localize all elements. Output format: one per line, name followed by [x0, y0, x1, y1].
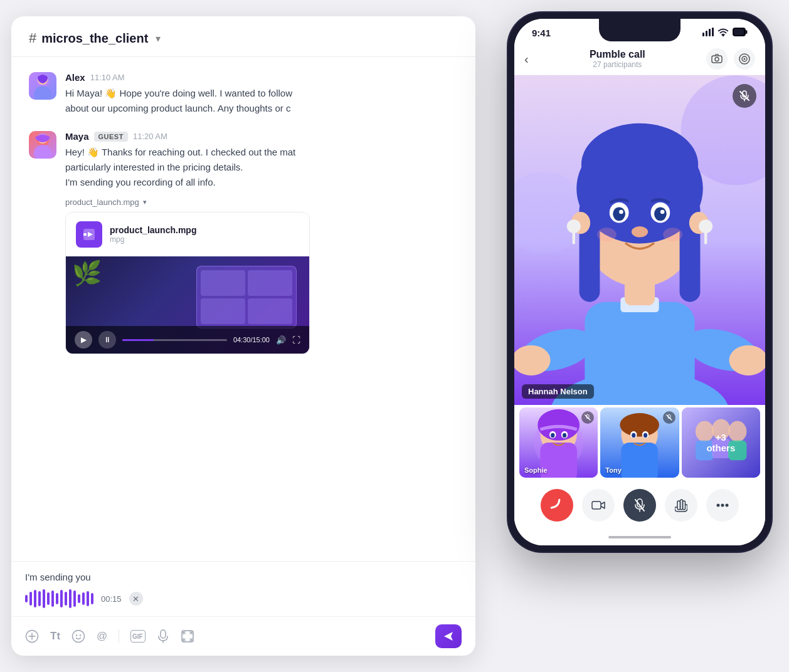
message-content: Alex 11:10 AM Hi Maya! 👋 Hope you're doi…: [65, 72, 458, 116]
send-button[interactable]: [435, 624, 462, 648]
file-info: product_launch.mpg mpg: [110, 225, 196, 244]
svg-rect-37: [585, 302, 694, 405]
character-illustration: [514, 75, 765, 405]
video-preview: 🌿 ▶ ⏸: [66, 256, 309, 354]
svg-rect-26: [746, 30, 748, 34]
svg-rect-28: [712, 56, 722, 63]
svg-point-1: [34, 86, 51, 100]
video-plant-decoration: 🌿: [72, 260, 102, 287]
participant-thumbnail-sophie[interactable]: Sophie: [519, 407, 598, 478]
mute-toggle-button[interactable]: [623, 489, 656, 522]
channel-name: micros_the_client: [41, 31, 148, 46]
phone-mockup: 9:41: [508, 13, 771, 552]
chat-messages: Alex 11:10 AM Hi Maya! 👋 Hope you're doi…: [11, 57, 475, 561]
wifi-icon: [718, 28, 729, 38]
svg-point-103: [721, 504, 724, 507]
avatar: [29, 72, 56, 100]
channel-chevron-icon[interactable]: ▾: [156, 33, 161, 45]
svg-point-61: [632, 226, 648, 238]
message-meta: Alex 11:10 AM: [65, 72, 458, 83]
svg-point-62: [597, 228, 617, 241]
message-meta: Maya GUEST 11:20 AM: [65, 131, 458, 142]
call-header: ‹ Pumble call 27 participants: [514, 42, 765, 75]
file-card: product_launch.mpg mpg 🌿: [65, 212, 310, 354]
message-text: Hi Maya! 👋 Hope you're doing well. I wan…: [65, 86, 458, 116]
sender-name: Alex: [65, 72, 85, 83]
pause-button[interactable]: ⏸: [98, 331, 116, 349]
svg-point-74: [551, 433, 554, 438]
participants-count: 27 participants: [535, 60, 700, 69]
video-progress-bar[interactable]: [122, 339, 227, 341]
avatar: [29, 131, 56, 159]
svg-line-86: [667, 415, 672, 420]
camera-flip-button[interactable]: [706, 48, 728, 70]
main-video: Hannah Nelson: [514, 75, 765, 405]
file-dropdown-icon[interactable]: ▾: [143, 198, 147, 206]
mention-button[interactable]: @: [97, 630, 107, 643]
svg-point-14: [80, 634, 81, 636]
speaker-button[interactable]: [734, 48, 755, 70]
speaker-name-tag: Hannah Nelson: [522, 384, 594, 399]
svg-rect-21: [706, 31, 707, 36]
camera-toggle-button[interactable]: [582, 489, 615, 522]
guest-badge: GUEST: [94, 132, 128, 142]
message-input-box[interactable]: I'm sending you: [11, 562, 475, 617]
message-content: Maya GUEST 11:20 AM Hey! 👋 Thanks for re…: [65, 131, 458, 354]
add-attachment-button[interactable]: [25, 629, 39, 643]
svg-point-53: [699, 219, 712, 233]
svg-point-60: [660, 210, 665, 214]
home-bar: [608, 536, 671, 538]
svg-rect-8: [83, 233, 87, 236]
close-recording-button[interactable]: ✕: [129, 592, 143, 606]
fullscreen-icon[interactable]: ⛶: [292, 335, 300, 345]
video-controls: ▶ ⏸ 04:30/15:00 🔊 ⛶: [66, 326, 309, 354]
file-type-icon: [76, 221, 102, 248]
call-title: Pumble call: [535, 49, 700, 60]
svg-point-48: [581, 123, 698, 206]
back-button[interactable]: ‹: [524, 52, 529, 66]
svg-text:GIF: GIF: [132, 633, 143, 640]
others-count: +3 others: [701, 432, 741, 453]
chat-panel: # micros_the_client ▾ Alex: [11, 16, 475, 656]
call-header-actions: [706, 48, 755, 70]
participant-thumbnail-others[interactable]: +3 others: [682, 407, 760, 478]
status-icons: [702, 28, 748, 38]
message-time: 11:20 AM: [133, 132, 167, 141]
end-call-button[interactable]: [541, 489, 573, 522]
thumbnail-strip: Sophie: [514, 405, 765, 480]
format-text-button[interactable]: Tt: [50, 630, 60, 643]
participant-thumbnail-tony[interactable]: Tony: [600, 407, 679, 478]
raise-hand-button[interactable]: [665, 489, 697, 522]
svg-point-57: [613, 207, 625, 221]
phone-notch: [599, 19, 680, 41]
more-options-button[interactable]: [706, 489, 739, 522]
video-ui-mock: [196, 266, 297, 328]
chat-header: # micros_the_client ▾: [11, 16, 475, 57]
svg-rect-52: [573, 232, 575, 244]
progress-fill: [122, 339, 154, 341]
expand-button[interactable]: [181, 629, 194, 643]
status-time: 9:41: [532, 28, 551, 38]
chat-input-area: I'm sending you: [11, 561, 475, 656]
volume-icon[interactable]: 🔊: [276, 335, 286, 345]
emoji-button[interactable]: [71, 629, 85, 643]
file-attachment: product_launch.mpg ▾ product_launch.mpg: [65, 197, 458, 354]
svg-point-75: [563, 433, 566, 438]
play-button[interactable]: ▶: [75, 331, 92, 349]
voice-recording: 00:15 ✕: [25, 589, 462, 609]
svg-point-59: [619, 210, 623, 214]
file-name: product_launch.mpg: [110, 225, 196, 235]
participant-name-tony: Tony: [605, 466, 621, 474]
file-type: mpg: [110, 235, 196, 244]
gif-button[interactable]: GIF: [130, 630, 146, 643]
svg-point-85: [643, 433, 647, 438]
battery-icon: [733, 28, 748, 38]
video-time: 04:30/15:00: [233, 336, 270, 344]
call-controls: [514, 480, 765, 532]
call-info: Pumble call 27 participants: [535, 49, 700, 69]
mic-button[interactable]: [157, 629, 169, 643]
message-row: Maya GUEST 11:20 AM Hey! 👋 Thanks for re…: [29, 131, 458, 354]
channel-hash: #: [29, 30, 36, 46]
sender-name: Maya: [65, 131, 89, 142]
app-scene: # micros_the_client ▾ Alex: [0, 0, 789, 672]
